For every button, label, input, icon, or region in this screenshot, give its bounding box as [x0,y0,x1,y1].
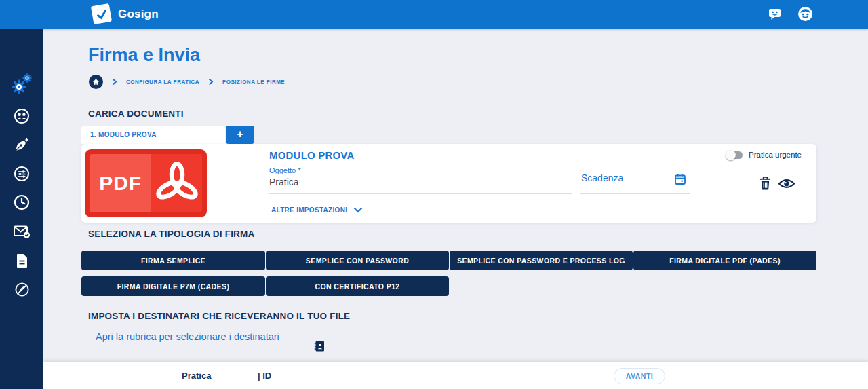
footer-pratica-label: Pratica [182,371,211,381]
pdf-badge-panel: PDF [90,154,151,212]
footer-bar: Pratica | ID AVANTI [43,362,868,389]
altre-impostazioni-toggle[interactable]: ALTRE IMPOSTAZIONI [271,206,363,214]
semplice-con-password-process-log-button[interactable]: SEMPLICE CON PASSWORD E PROCESS LOG [450,251,633,270]
document-tab-label: 1. MODULO PROVA [81,126,225,144]
document-tab[interactable]: 1. MODULO PROVA [81,126,225,144]
scadenza-input[interactable] [581,172,673,183]
chevron-down-icon [353,207,363,213]
document-title: MODULO PROVA [269,149,354,161]
breadcrumb: CONFIGURA LA PRATICA POSIZIONA LE FIRME [89,75,285,89]
user-avatar-icon[interactable] [797,6,813,24]
top-bar: Gosign [0,0,868,29]
scadenza-underline [580,193,690,194]
avanti-button[interactable]: AVANTI [614,368,665,384]
urgent-toggle-row: Pratica urgente [727,151,802,159]
recipients-underline [88,354,425,354]
clock-icon[interactable] [0,194,43,210]
section-title-tipologia-firma: SELEZIONA LA TIPOLOGIA DI FIRMA [88,229,254,239]
gears-icon[interactable] [0,73,43,94]
document-icon[interactable] [0,253,43,270]
section-title-carica-documenti: CARICA DOCUMENTI [88,109,184,119]
feedback-chat-icon[interactable] [768,7,781,23]
calendar-icon[interactable] [674,173,686,188]
breadcrumb-posiziona-le-firme[interactable]: POSIZIONA LE FIRME [222,79,285,85]
address-book-icon[interactable] [313,340,326,355]
preview-eye-icon[interactable] [778,178,795,192]
firma-digitale-p7m-cades-button[interactable]: FIRMA DIGITALE P7M (CADES) [81,276,265,296]
firma-digitale-pdf-pades-button[interactable]: FIRMA DIGITALE PDF (PADES) [633,251,816,270]
toggle-knob [726,150,736,160]
gosign-logo[interactable]: Gosign [92,5,159,23]
pratica-urgente-label: Pratica urgente [749,151,802,159]
sliders-icon[interactable] [0,166,43,182]
pen-icon[interactable] [0,136,43,153]
apri-rubrica-link[interactable]: Apri la rubrica per selezionare i destin… [96,331,279,342]
oggetto-field-label: Oggetto * [269,166,300,174]
footer-id-label: | ID [258,371,271,381]
leaf-icon[interactable] [0,282,43,297]
users-icon[interactable] [0,108,43,124]
breadcrumb-configura-la-pratica[interactable]: CONFIGURA LA PRATICA [126,79,199,85]
mail-check-icon[interactable] [0,224,43,239]
altre-impostazioni-label: ALTRE IMPOSTAZIONI [271,206,347,214]
pratica-urgente-toggle[interactable] [727,151,743,159]
document-card: PDF MODULO PROVA Oggetto * ALTRE IMPOSTA… [81,144,816,223]
logo-text: Gosign [118,7,159,21]
delete-document-icon[interactable] [759,176,772,193]
firma-semplice-button[interactable]: FIRMA SEMPLICE [81,251,265,270]
left-sidebar [0,29,43,389]
chevron-right-icon [208,78,214,86]
oggetto-input[interactable] [269,177,568,187]
pdf-badge-text: PDF [99,172,142,195]
pdf-file-icon[interactable]: PDF [85,149,207,217]
home-icon[interactable] [89,75,103,89]
page-title: Firma e Invia [88,45,200,66]
con-certificato-p12-button[interactable]: CON CERTIFICATO P12 [266,276,449,296]
section-title-destinatari: IMPOSTA I DESTINATARI CHE RICEVERANNO IL… [88,311,350,321]
add-document-button[interactable]: + [226,126,254,144]
oggetto-underline [269,193,572,194]
semplice-con-password-button[interactable]: SEMPLICE CON PASSWORD [266,251,449,270]
gosign-check-icon [91,3,112,24]
chevron-right-icon [112,78,117,86]
adobe-trefoil-icon [151,154,202,212]
